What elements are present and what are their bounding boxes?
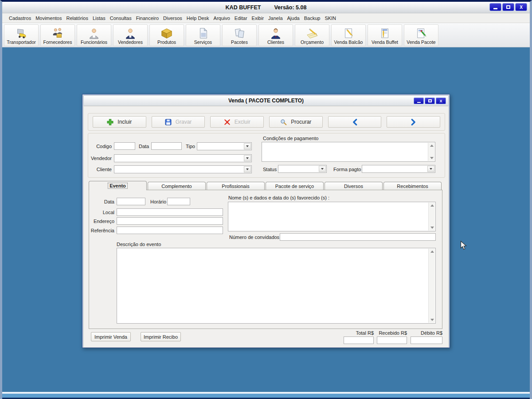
evento-data-label: Data <box>89 199 114 204</box>
menu-exibir[interactable]: Exibir <box>250 14 266 22</box>
salesperson-icon <box>124 27 137 39</box>
menu-arquivo[interactable]: Arquivo <box>211 14 232 22</box>
toolbar-venda-balcao[interactable]: Venda Balcão <box>331 24 366 46</box>
main-toolbar: Transportador Fornecedores Funcionários … <box>2 23 530 47</box>
tab-diversos[interactable]: Diversos <box>325 182 383 190</box>
gravar-label: Gravar <box>176 119 192 125</box>
toolbar-fornecedores[interactable]: Fornecedores <box>40 24 75 46</box>
dropdown-button[interactable] <box>427 166 434 172</box>
horario-input[interactable] <box>167 198 190 205</box>
convidados-input[interactable] <box>280 233 436 241</box>
frame-bottom-band <box>2 394 530 398</box>
imprimir-venda-button[interactable]: Imprimir Venda <box>91 332 131 341</box>
toolbar-clientes[interactable]: Clientes <box>258 24 293 46</box>
tab-pacote-de-servico[interactable]: Pacote de serviço <box>266 182 324 190</box>
sale-package-icon <box>415 27 427 39</box>
imprimir-recibo-button[interactable]: Imprimir Recibo <box>141 332 181 341</box>
vendedor-combobox[interactable] <box>114 154 252 162</box>
toolbar-funcionarios[interactable]: Funcionários <box>77 24 111 46</box>
close-button[interactable]: X <box>515 3 527 11</box>
recebido-input[interactable] <box>377 336 407 344</box>
incluir-button[interactable]: Incluir <box>93 116 146 128</box>
local-input[interactable] <box>117 208 223 216</box>
menu-skin[interactable]: SKIN <box>322 14 338 22</box>
endereco-input[interactable] <box>117 217 223 225</box>
status-label: Status <box>263 167 277 172</box>
main-window-title: KAD BUFFET Versão: 5.08 <box>226 4 307 11</box>
forma-pagto-combobox[interactable] <box>362 165 435 173</box>
toolbar-venda-buffet[interactable]: Venda Buffet <box>368 24 402 46</box>
toolbar-label: Venda Balcão <box>334 39 363 45</box>
menu-consultas[interactable]: Consultas <box>108 14 134 22</box>
condicoes-pagamento-textarea[interactable] <box>262 142 435 162</box>
evento-data-input[interactable] <box>117 198 145 205</box>
dialog-close-button[interactable]: X <box>436 98 446 104</box>
menu-cadastros[interactable]: Cadastros <box>7 14 33 22</box>
toolbar-label: Serviços <box>194 39 212 45</box>
next-record-button[interactable] <box>387 116 440 128</box>
local-label: Local <box>89 210 114 215</box>
referencia-input[interactable] <box>117 227 223 234</box>
save-icon <box>165 119 172 125</box>
toolbar-vendedores[interactable]: Vendedores <box>113 24 148 46</box>
tipo-label: Tipo <box>186 144 195 149</box>
data-input[interactable] <box>151 142 182 150</box>
toolbar-transportador[interactable]: Transportador <box>4 24 39 46</box>
status-combobox[interactable] <box>278 165 327 173</box>
menu-financeiro[interactable]: Financeiro <box>134 14 161 22</box>
delete-x-icon <box>224 119 231 125</box>
excluir-button[interactable]: Excluir <box>210 116 264 128</box>
dropdown-button[interactable] <box>244 155 251 161</box>
menu-movimentos[interactable]: Movimentos <box>33 14 64 22</box>
procurar-button[interactable]: Procurar <box>269 116 323 128</box>
tipo-combobox[interactable] <box>197 142 252 150</box>
total-input[interactable] <box>344 336 374 344</box>
client-icon <box>270 27 282 39</box>
dialog-minimize-button[interactable] <box>414 98 424 104</box>
toolbar-produtos[interactable]: Produtos <box>149 24 184 46</box>
menu-janela[interactable]: Janela <box>266 14 285 22</box>
maximize-button[interactable] <box>502 3 514 11</box>
tab-complemento[interactable]: Complemento <box>148 182 206 190</box>
toolbar-orcamento[interactable]: Orçamento <box>295 24 329 46</box>
toolbar-pacotes[interactable]: Pacotes <box>222 24 257 46</box>
tab-evento[interactable]: Evento <box>89 181 147 190</box>
vendedor-label: Vendedor <box>88 156 112 161</box>
toolbar-venda-pacote[interactable]: Venda Pacote <box>404 24 438 46</box>
debito-input[interactable] <box>411 336 442 344</box>
tab-label: Profissionais <box>222 184 249 189</box>
referencia-label: Referência <box>89 228 114 233</box>
toolbar-servicos[interactable]: Serviços <box>186 24 220 46</box>
pages-icon <box>233 27 246 39</box>
menu-help-desk[interactable]: Help Desk <box>184 14 211 22</box>
menu-editar[interactable]: Editar <box>232 14 250 22</box>
dialog-maximize-button[interactable] <box>425 98 435 104</box>
tab-profissionais[interactable]: Profissionais <box>207 182 265 190</box>
vertical-scrollbar[interactable] <box>428 203 435 231</box>
codigo-input[interactable] <box>114 142 135 150</box>
chevron-down-icon <box>246 168 249 170</box>
favorecido-textarea[interactable] <box>228 202 436 231</box>
menu-ajuda[interactable]: Ajuda <box>285 14 302 22</box>
menu-diversos[interactable]: Diversos <box>161 14 184 22</box>
menu-listas[interactable]: Listas <box>90 14 108 22</box>
menu-backup[interactable]: Backup <box>302 14 323 22</box>
gravar-button[interactable]: Gravar <box>152 116 205 128</box>
dropdown-button[interactable] <box>244 166 251 172</box>
toolbar-label: Funcionários <box>81 39 107 45</box>
dropdown-button[interactable] <box>244 143 251 149</box>
dropdown-button[interactable] <box>319 166 326 172</box>
favorecido-label: Nome (s) e dados e data do (s) favorecid… <box>228 195 329 200</box>
excluir-label: Excluir <box>235 119 250 125</box>
menu-relatorios[interactable]: Relatórios <box>64 14 90 22</box>
minimize-button[interactable] <box>489 3 501 11</box>
vertical-scrollbar[interactable] <box>428 249 435 323</box>
previous-record-button[interactable] <box>328 116 382 128</box>
descricao-evento-textarea[interactable] <box>117 248 436 324</box>
tab-recebimentos[interactable]: Recebimentos <box>383 182 442 190</box>
chevron-right-icon <box>410 119 417 125</box>
vertical-scrollbar[interactable] <box>428 143 434 161</box>
cliente-combobox[interactable] <box>114 165 252 173</box>
dialog-title: Venda ( PACOTE COMPLETO) <box>228 98 304 104</box>
imprimir-recibo-label: Imprimir Recibo <box>144 334 178 340</box>
